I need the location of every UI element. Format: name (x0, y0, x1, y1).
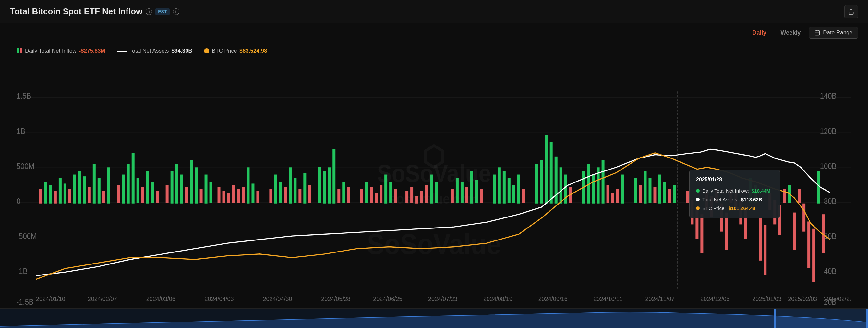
svg-rect-29 (64, 184, 66, 203)
svg-rect-164 (812, 229, 815, 282)
svg-text:SoSoValue: SoSoValue (367, 228, 501, 260)
svg-rect-124 (602, 160, 604, 203)
svg-rect-27 (54, 191, 57, 203)
svg-rect-126 (612, 193, 614, 203)
svg-rect-33 (83, 176, 86, 203)
date-range-button[interactable]: Date Range (809, 27, 858, 39)
svg-text:2024/03/06: 2024/03/06 (146, 295, 176, 302)
svg-rect-85 (370, 187, 373, 203)
svg-rect-24 (39, 189, 42, 203)
svg-rect-152 (754, 186, 757, 203)
svg-rect-41 (127, 164, 130, 203)
svg-rect-137 (673, 186, 676, 203)
white-line-icon (117, 51, 127, 52)
svg-rect-125 (607, 186, 610, 203)
svg-text:SoSoValue: SoSoValue (377, 160, 491, 187)
svg-text:2024/04/03: 2024/04/03 (205, 295, 234, 302)
svg-rect-74 (303, 173, 306, 203)
svg-rect-86 (375, 193, 378, 203)
svg-rect-130 (639, 186, 642, 203)
svg-text:2025/02/03: 2025/02/03 (788, 295, 817, 302)
svg-text:140B: 140B (820, 91, 837, 100)
svg-text:40B: 40B (824, 267, 837, 275)
svg-rect-108 (508, 178, 510, 203)
svg-text:-1B: -1B (17, 267, 28, 275)
page-title: Total Bitcoin Spot ETF Net Inflow (10, 6, 143, 17)
svg-rect-64 (247, 167, 249, 203)
main-chart-svg: 1.5B 1B 500M 0 -500M -1B -1.5B 140B 120B… (17, 63, 851, 308)
mini-chart-svg (0, 308, 868, 328)
svg-rect-87 (379, 186, 382, 203)
svg-rect-35 (93, 164, 96, 203)
svg-rect-155 (768, 193, 771, 210)
svg-rect-49 (170, 171, 174, 203)
svg-rect-139 (690, 200, 693, 225)
svg-rect-151 (749, 178, 752, 203)
svg-rect-149 (739, 200, 742, 225)
svg-text:1B: 1B (17, 126, 25, 135)
svg-rect-163 (807, 221, 810, 268)
svg-rect-109 (513, 186, 516, 203)
svg-rect-132 (648, 178, 651, 203)
svg-rect-113 (540, 160, 543, 203)
legend-inflow: Daily Total Net Inflow -$275.83M (17, 47, 105, 54)
svg-rect-128 (621, 175, 624, 203)
btc-value: $83,524.98 (239, 47, 267, 54)
svg-rect-144 (715, 189, 718, 203)
daily-button[interactable]: Daily (747, 27, 772, 39)
svg-text:2025/02/27: 2025/02/27 (824, 295, 851, 302)
mini-chart[interactable] (0, 308, 868, 328)
svg-rect-154 (764, 225, 767, 275)
svg-rect-80 (337, 189, 340, 203)
info-icon-title[interactable]: ℹ (146, 8, 152, 15)
inflow-value: -$275.83M (79, 47, 105, 54)
btc-label: BTC Price (212, 47, 237, 54)
svg-rect-147 (730, 189, 733, 203)
svg-rect-157 (778, 205, 781, 235)
share-button[interactable] (844, 5, 858, 19)
svg-rect-26 (49, 186, 52, 203)
svg-rect-75 (308, 186, 311, 203)
svg-rect-138 (686, 191, 689, 203)
svg-rect-190 (774, 308, 776, 328)
svg-rect-36 (98, 178, 100, 203)
svg-rect-53 (190, 160, 193, 203)
svg-rect-0 (815, 31, 820, 35)
info-icon-est[interactable]: ℹ (173, 8, 179, 15)
svg-rect-50 (176, 164, 178, 203)
svg-rect-60 (227, 193, 230, 203)
svg-rect-191 (866, 308, 868, 328)
svg-text:2024/11/07: 2024/11/07 (645, 295, 674, 302)
svg-rect-84 (365, 182, 368, 203)
svg-text:2024/08/19: 2024/08/19 (483, 295, 513, 302)
svg-rect-146 (725, 212, 727, 250)
svg-rect-148 (734, 193, 737, 210)
svg-rect-127 (616, 189, 619, 203)
svg-rect-122 (592, 175, 595, 203)
svg-rect-44 (142, 187, 144, 203)
svg-rect-68 (274, 175, 277, 203)
svg-rect-56 (205, 175, 208, 203)
calendar-icon (814, 30, 820, 36)
svg-rect-107 (503, 171, 506, 203)
svg-rect-131 (644, 171, 647, 203)
svg-text:-1.5B: -1.5B (17, 298, 33, 306)
svg-rect-134 (658, 175, 661, 203)
svg-text:80B: 80B (824, 197, 837, 205)
svg-rect-140 (695, 207, 699, 239)
weekly-button[interactable]: Weekly (775, 27, 807, 39)
svg-text:2024/05/28: 2024/05/28 (321, 295, 350, 302)
svg-rect-81 (342, 182, 345, 203)
svg-text:2024/07/23: 2024/07/23 (428, 295, 457, 302)
assets-label: Total Net Assets (129, 47, 169, 54)
svg-rect-59 (222, 191, 225, 203)
svg-rect-25 (44, 182, 47, 203)
svg-rect-61 (232, 186, 235, 203)
svg-rect-55 (200, 189, 203, 203)
legend-assets: Total Net Assets $94.30B (117, 47, 192, 54)
svg-rect-162 (803, 203, 805, 232)
svg-rect-153 (759, 218, 762, 261)
svg-rect-37 (102, 191, 105, 203)
svg-rect-142 (705, 193, 708, 210)
svg-rect-83 (360, 189, 363, 203)
